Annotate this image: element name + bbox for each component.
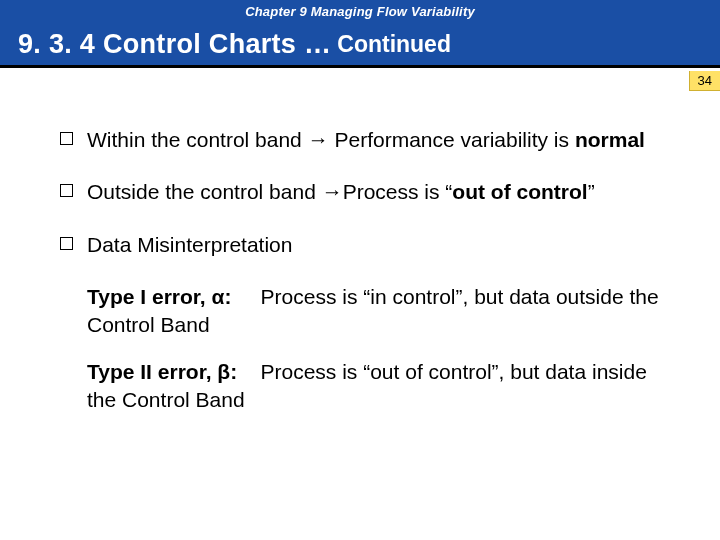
text-fragment: Outside the control band — [87, 180, 322, 203]
title-bar: 9. 3. 4 Control Charts … Continued — [0, 24, 720, 68]
slide: Chapter 9 Managing Flow Variability 9. 3… — [0, 0, 720, 540]
text-bold: normal — [575, 128, 645, 151]
checkbox-icon — [60, 237, 73, 250]
arrow-icon: → — [308, 128, 329, 151]
bullet-item: Outside the control band →Process is “ou… — [60, 178, 690, 206]
bullet-text: Outside the control band →Process is “ou… — [87, 178, 690, 206]
error-type-block: Type I error, α: Process is “in control”… — [87, 283, 669, 340]
text-fragment: ” — [588, 180, 595, 203]
checkbox-icon — [60, 184, 73, 197]
title-sub: Continued — [337, 31, 451, 58]
error-type-block: Type II error, β: Process is “out of con… — [87, 358, 669, 415]
bullet-item: Within the control band → Performance va… — [60, 126, 690, 154]
text-fragment: Performance variability is — [329, 128, 575, 151]
arrow-icon: → — [322, 180, 343, 203]
text-fragment: Within the control band — [87, 128, 308, 151]
chapter-banner: Chapter 9 Managing Flow Variability — [0, 0, 720, 24]
bullet-text: Within the control band → Performance va… — [87, 126, 690, 154]
title-main: 9. 3. 4 Control Charts … — [18, 29, 331, 60]
page-number: 34 — [689, 71, 720, 91]
type2-label: Type II error, β: — [87, 360, 237, 383]
checkbox-icon — [60, 132, 73, 145]
text-bold: out of control — [452, 180, 587, 203]
type1-label: Type I error, α: — [87, 285, 231, 308]
bullet-item: Data Misinterpretation — [60, 231, 690, 259]
content-area: Within the control band → Performance va… — [0, 68, 720, 414]
bullet-text: Data Misinterpretation — [87, 231, 690, 259]
text-fragment: Process is — [343, 180, 446, 203]
